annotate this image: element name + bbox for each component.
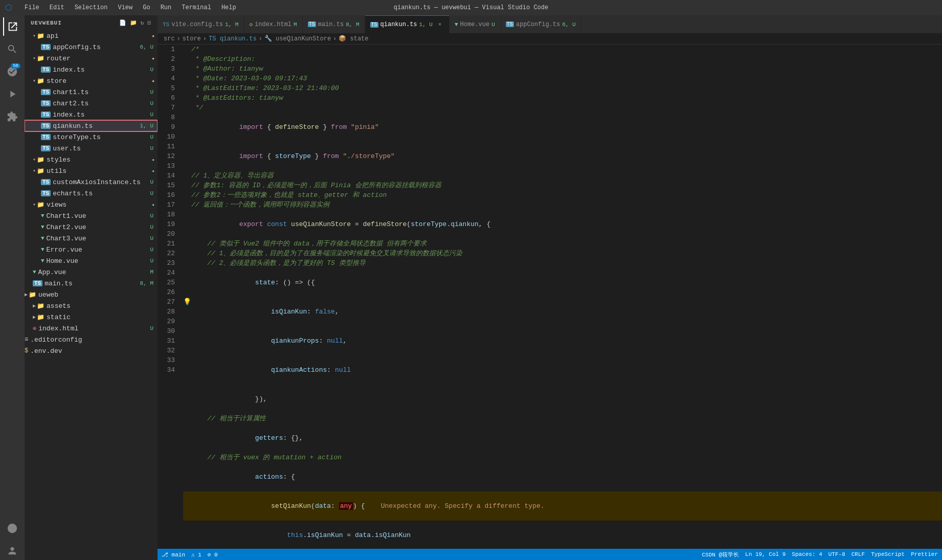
collapse-all-icon[interactable]: ⊟ xyxy=(147,19,151,26)
code-line-17: // 2、必须是箭头函数，是为了更好的 TS 类型推导 xyxy=(183,258,942,268)
sidebar: UEVWEBUI 📄 📁 ↻ ⊟ ▾ 📁 api ● TS appConfig.… xyxy=(25,15,158,560)
sidebar-item-router[interactable]: ▾ 📁 router ● xyxy=(25,53,158,64)
sidebar-item-views[interactable]: ▾ 📁 views ● xyxy=(25,199,158,210)
menu-help[interactable]: Help xyxy=(217,3,240,12)
code-line-5: * @LastEditTime: 2023-03-12 21:40:00 xyxy=(183,83,942,93)
status-cursor[interactable]: Ln 19, Col 9 xyxy=(745,551,786,557)
code-line-21: qiankunActions: null xyxy=(183,355,942,385)
tab-appconfig-label: appConfig.ts xyxy=(516,21,560,28)
activity-extensions[interactable] xyxy=(3,107,21,126)
status-branch[interactable]: ⎇ main xyxy=(162,551,185,558)
sidebar-item-indexhtml[interactable]: ⊕ index.html U xyxy=(25,323,158,334)
tab-viteconfig[interactable]: TS vite.config.ts 1, M xyxy=(158,15,244,33)
sidebar-item-homevue[interactable]: ▼ Home.vue U xyxy=(25,255,158,266)
code-line-22: }), xyxy=(183,385,942,414)
sidebar-item-store[interactable]: ▾ 📁 store ● xyxy=(25,75,158,86)
sidebar-item-chart2vue[interactable]: ▼ Chart2.vue U xyxy=(25,221,158,233)
code-line-13: // 返回值：一个函数，调用即可得到容器实例 xyxy=(183,200,942,210)
code-line-10: // 1、定义容器、导出容器 xyxy=(183,171,942,181)
code-line-20: qiankunProps: null, xyxy=(183,326,942,355)
sidebar-item-utils[interactable]: ▾ 📁 utils ● xyxy=(25,165,158,176)
status-language[interactable]: TypeScript xyxy=(871,551,905,557)
menu-edit[interactable]: Edit xyxy=(46,3,69,12)
new-file-icon[interactable]: 📄 xyxy=(119,19,127,26)
status-line-ending[interactable]: CRLF xyxy=(851,551,865,557)
activity-accounts[interactable] xyxy=(3,542,21,560)
code-line-8: import { defineStore } from "pinia" xyxy=(183,113,942,142)
tab-bar: TS vite.config.ts 1, M ◇ index.html M TS… xyxy=(158,15,942,33)
sidebar-item-errorvue[interactable]: ▼ Error.vue U xyxy=(25,244,158,255)
menu-go[interactable]: Go xyxy=(139,3,154,12)
breadcrumb: src › store › TS qiankun.ts › 🔧 useQianK… xyxy=(158,33,942,44)
menu-terminal[interactable]: Terminal xyxy=(177,3,215,12)
code-line-15: // 类似于 Vue2 组件中的 data，用于存储全局状态数据 但有两个要求 xyxy=(183,239,942,249)
code-editor[interactable]: 12345 678910 1112131415 1617181920 21222… xyxy=(158,44,942,549)
sidebar-item-router-index[interactable]: TS index.ts U xyxy=(25,64,158,75)
sidebar-item-maints[interactable]: TS main.ts 8, M xyxy=(25,278,158,289)
status-encoding[interactable]: UTF-8 xyxy=(828,551,845,557)
sidebar-item-styles[interactable]: ▾ 📁 styles ● xyxy=(25,154,158,165)
new-folder-icon[interactable]: 📁 xyxy=(130,19,138,26)
status-warnings[interactable]: ⚠ 1 xyxy=(191,551,201,558)
breadcrumb-src[interactable]: src xyxy=(164,35,175,42)
refresh-icon[interactable]: ↻ xyxy=(141,19,145,26)
lightbulb-indicator: 💡 xyxy=(183,297,191,307)
code-line-3: * @Author: tianyw xyxy=(183,64,942,74)
activity-bar: 50 xyxy=(0,15,25,560)
sidebar-item-chart2[interactable]: TS chart2.ts U xyxy=(25,98,158,109)
sidebar-item-chart3vue[interactable]: ▼ Chart3.vue U xyxy=(25,233,158,244)
status-formatter[interactable]: Prettier xyxy=(911,551,938,557)
status-csdn: CSDN @筱学长 xyxy=(702,551,739,558)
activity-source-control[interactable]: 50 xyxy=(3,62,21,81)
code-content[interactable]: /* * @Description: * @Author: tianyw * @… xyxy=(179,44,942,549)
sidebar-item-storetype[interactable]: TS storeType.ts U xyxy=(25,131,158,143)
tab-indexhtml-label: index.html xyxy=(255,21,291,28)
sidebar-item-static[interactable]: ▶ 📁 static xyxy=(25,311,158,323)
menu-file[interactable]: File xyxy=(20,3,43,12)
vscode-logo-icon: ⬡ xyxy=(5,3,12,13)
source-control-badge: 50 xyxy=(11,63,20,69)
code-line-1: /* xyxy=(183,44,942,54)
code-line-9: import { storeType } from "./storeType" xyxy=(183,142,942,171)
activity-explorer[interactable] xyxy=(3,17,21,36)
sidebar-item-echarts[interactable]: TS echarts.ts U xyxy=(25,188,158,199)
sidebar-item-appvue[interactable]: ▼ App.vue M xyxy=(25,266,158,278)
status-spaces[interactable]: Spaces: 4 xyxy=(792,551,822,557)
tab-qiankun[interactable]: TS qiankun.ts 1, U × xyxy=(365,15,450,33)
sidebar-content: ▾ 📁 api ● TS appConfig.ts 6, U ▾ 📁 route… xyxy=(25,30,158,560)
window-title: qiankun.ts — uevwebui — Visual Studio Co… xyxy=(394,4,548,11)
sidebar-item-editorconfig[interactable]: ≡ .editorconfig xyxy=(25,334,158,345)
activity-run-debug[interactable] xyxy=(3,85,21,103)
menu-selection[interactable]: Selection xyxy=(71,3,112,12)
tab-appconfig[interactable]: TS appConfig.ts 6, U xyxy=(501,15,581,33)
breadcrumb-store[interactable]: store xyxy=(183,35,201,42)
status-bar-left: ⎇ main ⚠ 1 ⊘ 0 xyxy=(162,551,218,558)
editor-area: TS vite.config.ts 1, M ◇ index.html M TS… xyxy=(158,15,942,560)
tab-homevue[interactable]: ▼ Home.vue U xyxy=(450,15,501,33)
menu-view[interactable]: View xyxy=(114,3,137,12)
menu-run[interactable]: Run xyxy=(156,3,176,12)
status-errors[interactable]: ⊘ 0 xyxy=(208,551,218,558)
sidebar-item-customaxios[interactable]: TS customAxiosInstance.ts U xyxy=(25,176,158,188)
code-line-6: * @LastEditors: tianyw xyxy=(183,93,942,103)
sidebar-item-assets[interactable]: ▶ 📁 assets xyxy=(25,300,158,311)
sidebar-item-envdev[interactable]: $ .env.dev xyxy=(25,345,158,356)
breadcrumb-function[interactable]: 🔧 useQianKunStore xyxy=(264,35,331,42)
sidebar-item-chart1vue[interactable]: ▼ Chart1.vue U xyxy=(25,210,158,221)
tab-maints[interactable]: TS main.ts 8, M xyxy=(303,15,365,33)
sidebar-item-appconfig[interactable]: TS appConfig.ts 6, U xyxy=(25,41,158,53)
sidebar-item-qiankun[interactable]: TS qiankun.ts 1, U xyxy=(25,120,158,131)
sidebar-title: UEVWEBUI xyxy=(31,20,62,26)
activity-search[interactable] xyxy=(3,40,21,58)
tab-indexhtml[interactable]: ◇ index.html M xyxy=(244,15,302,33)
sidebar-item-ueweb[interactable]: ▶ 📁 ueweb xyxy=(25,289,158,300)
breadcrumb-state[interactable]: 📦 state xyxy=(339,35,368,42)
sidebar-item-api[interactable]: ▾ 📁 api ● xyxy=(25,30,158,41)
code-line-11: // 参数1: 容器的 ID，必须是唯一的，后面 Pinia 会把所有的容器挂载… xyxy=(183,181,942,190)
breadcrumb-file[interactable]: TS qiankun.ts xyxy=(209,35,257,42)
tab-qiankun-close[interactable]: × xyxy=(436,20,444,29)
activity-remote[interactable] xyxy=(3,519,21,537)
sidebar-item-chart1[interactable]: TS chart1.ts U xyxy=(25,86,158,98)
sidebar-item-store-index[interactable]: TS index.ts U xyxy=(25,109,158,120)
sidebar-item-user[interactable]: TS user.ts U xyxy=(25,143,158,154)
